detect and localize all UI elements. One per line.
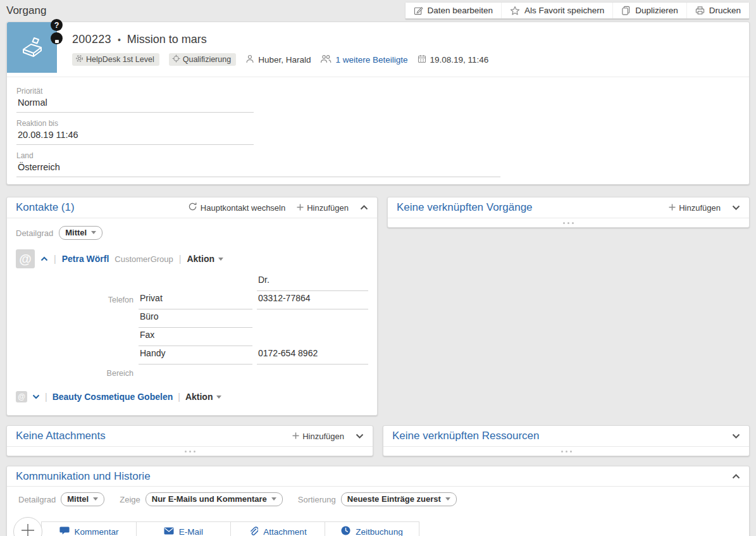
plus-icon	[669, 203, 676, 213]
time-booking-button[interactable]: Zeitbuchung	[325, 522, 419, 536]
contact-avatar[interactable]: @	[16, 249, 35, 268]
phone-number-field	[257, 330, 368, 346]
clock-icon	[341, 526, 350, 536]
envelope-icon	[164, 527, 174, 536]
main-toolbar: Daten bearbeiten Als Favorit speichern D…	[405, 2, 750, 20]
communication-panel: Kommunikation und Historie Detailgrad Mi…	[6, 466, 750, 536]
tag-helpdesk[interactable]: HelpDesk 1st Level	[72, 53, 159, 66]
private-badge-notch	[55, 40, 59, 43]
secondary-contact-name-link[interactable]: Beauty Cosmetique Gobelen	[53, 392, 173, 402]
phone-label: Telefon	[16, 296, 133, 309]
case-datetime: 19.08.19, 11:46	[418, 54, 489, 65]
edit-data-button[interactable]: Daten bearbeiten	[406, 3, 502, 18]
add-entry-button[interactable]	[13, 517, 42, 536]
expand-contact-chevron-down-icon[interactable]	[32, 394, 40, 399]
case-meta-row: HelpDesk 1st Level Qualifizierung Huber,…	[72, 53, 749, 66]
plus-icon	[292, 432, 299, 441]
separator: |	[179, 254, 182, 264]
help-badge-icon[interactable]: ?	[51, 19, 63, 31]
dot	[566, 451, 567, 452]
case-title: 200223 • Mission to mars	[72, 33, 749, 46]
dot	[570, 451, 572, 452]
switch-main-contact-label: Hauptkontakt wechseln	[201, 203, 285, 213]
detail-level-dropdown[interactable]: Mittel	[61, 492, 104, 506]
contact-details: Dr. Telefon Privat 03312-77864 Büro	[16, 273, 368, 383]
primary-contact-name-link[interactable]: Petra Wörfl	[62, 254, 109, 264]
chevron-down-icon	[218, 258, 223, 261]
plus-icon	[21, 523, 35, 536]
top-bar: Vorgang Daten bearbeiten Als Favorit spe…	[0, 0, 756, 22]
detail-level-value: Mittel	[65, 228, 87, 237]
participants-link[interactable]: 1 weitere Beteiligte	[335, 55, 407, 65]
tag-qualifizierung[interactable]: Qualifizierung	[169, 53, 236, 66]
expand-handle[interactable]	[388, 218, 749, 227]
sort-value: Neueste Einträge zuerst	[347, 494, 441, 504]
field-reaktion-bis: Reaktion bis 20.08.19 11:46	[16, 119, 740, 145]
comment-button[interactable]: Kommentar	[42, 522, 136, 536]
expand-linked-cases-chevron-down-icon[interactable]	[732, 205, 740, 210]
comment-icon	[59, 526, 70, 536]
save-favorite-button[interactable]: Als Favorit speichern	[501, 3, 612, 18]
phone-type-field: Fax	[139, 330, 252, 346]
print-label: Drucken	[709, 6, 741, 15]
print-button[interactable]: Drucken	[686, 3, 749, 18]
resources-title: Keine verknüpften Ressourcen	[392, 430, 732, 442]
contact-avatar[interactable]: @	[16, 391, 27, 402]
field-value: Normal	[16, 96, 254, 113]
collapse-contacts-chevron-up-icon[interactable]	[360, 205, 368, 210]
comment-label: Kommentar	[75, 527, 119, 536]
phone-type-field: Privat	[139, 293, 252, 309]
primary-contact-action-dropdown[interactable]: Aktion	[187, 254, 223, 264]
paperclip-icon	[249, 526, 258, 536]
email-button[interactable]: E-Mail	[136, 522, 230, 536]
expand-resources-chevron-down-icon[interactable]	[732, 433, 740, 439]
expand-handle[interactable]	[383, 447, 749, 456]
field-value: Österreich	[16, 160, 500, 177]
sort-label: Sortierung	[298, 495, 336, 504]
at-icon: @	[18, 392, 25, 401]
case-datetime-value: 19.08.19, 11:46	[430, 55, 489, 65]
phone-number-field: 03312-77864	[257, 293, 368, 309]
contacts-panel-header: Kontakte (1) Hauptkontakt wechseln Hinzu…	[7, 197, 377, 218]
switch-main-contact-button[interactable]: Hauptkontakt wechseln	[188, 202, 285, 213]
page-title: Vorgang	[6, 4, 46, 17]
resources-panel-header: Keine verknüpften Ressourcen	[383, 426, 749, 447]
expand-attachments-chevron-down-icon[interactable]	[356, 433, 364, 439]
show-filter-dropdown[interactable]: Nur E-Mails und Kommentare	[146, 492, 283, 506]
expand-handle[interactable]	[7, 447, 373, 456]
linked-cases-title: Keine verknüpften Vorgänge	[397, 201, 669, 214]
primary-contact-group: CustomerGroup	[115, 254, 173, 264]
sort-dropdown[interactable]: Neueste Einträge zuerst	[341, 492, 457, 506]
phone-number-field	[257, 311, 368, 328]
add-contact-button[interactable]: Hinzufügen	[297, 203, 349, 213]
phone-number-field: 0172-654 8962	[257, 348, 368, 365]
separator: |	[54, 254, 56, 264]
dot	[194, 451, 195, 452]
secondary-contact-action-dropdown[interactable]: Aktion	[185, 392, 222, 402]
participants[interactable]: 1 weitere Beteiligte	[320, 54, 407, 65]
add-linked-case-label: Hinzufügen	[679, 203, 721, 213]
add-attachment-button[interactable]: Hinzufügen	[292, 432, 344, 441]
entry-type-buttons: Kommentar E-Mail Attachment Zeitbuchung	[41, 521, 419, 536]
group-icon	[320, 54, 332, 65]
collapse-contact-chevron-up-icon[interactable]	[40, 256, 48, 261]
dot	[561, 451, 563, 452]
dot	[572, 222, 574, 224]
contact-title-field: Dr.	[257, 275, 368, 291]
attachment-button[interactable]: Attachment	[230, 522, 325, 536]
plus-icon	[297, 203, 304, 213]
field-value: 20.08.19 11:46	[16, 128, 254, 145]
person-icon	[245, 54, 254, 65]
add-linked-case-button[interactable]: Hinzufügen	[669, 203, 721, 213]
contacts-panel: Kontakte (1) Hauptkontakt wechseln Hinzu…	[6, 197, 378, 416]
detail-level-value: Mittel	[67, 494, 89, 504]
field-prioritaet: Priorität Normal	[16, 87, 740, 113]
dot	[185, 451, 187, 452]
phone-type-field: Büro	[139, 311, 252, 328]
refresh-icon	[188, 202, 197, 213]
duplicate-button[interactable]: Duplizieren	[612, 3, 686, 18]
action-label: Aktion	[185, 392, 213, 402]
collapse-communication-chevron-up-icon[interactable]	[732, 474, 740, 479]
duplicate-label: Duplizieren	[635, 6, 678, 15]
detail-level-dropdown[interactable]: Mittel	[59, 226, 102, 240]
